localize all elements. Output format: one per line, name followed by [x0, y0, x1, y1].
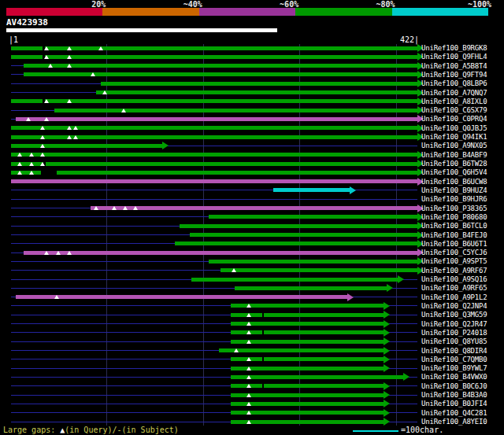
gap-query-marker-icon	[67, 55, 72, 59]
hit-label[interactable]: UniRef100_C0PRQ4	[421, 115, 487, 123]
hit-bar[interactable]	[24, 251, 417, 255]
hit-label[interactable]: UniRef100_B6U6T1	[421, 240, 487, 249]
hit-label[interactable]: UniRef100_Q2JNP4	[421, 302, 487, 311]
hit-bar[interactable]	[24, 64, 417, 68]
hit-bar[interactable]	[96, 90, 417, 94]
hit-bar[interactable]	[16, 295, 346, 299]
hit-bar[interactable]	[11, 99, 417, 103]
hit-label[interactable]: UniRef100_B9YWL7	[421, 364, 487, 373]
hit-bar[interactable]	[231, 367, 384, 370]
hit-bar[interactable]	[231, 313, 384, 317]
hit-label[interactable]: UniRef100_Q2JR47	[421, 320, 487, 329]
gap-query-marker-icon	[246, 340, 251, 344]
hit-label[interactable]: UniRef100_B9RGK8	[421, 44, 487, 53]
hit-label[interactable]: UniRef100_B4ABF9	[421, 151, 487, 160]
hit-label[interactable]: UniRef100_C5YCJ6	[421, 249, 487, 257]
hit-bar[interactable]	[11, 126, 417, 130]
hit-label[interactable]: UniRef100_A8IXL0	[421, 98, 487, 106]
hit-label[interactable]: UniRef100_B6TW28	[421, 160, 487, 168]
hit-label[interactable]: UniRef100_B0JFI4	[421, 400, 487, 408]
hit-bar[interactable]	[91, 206, 417, 210]
hit-label[interactable]: UniRef100_A9RF67	[421, 267, 487, 275]
hit-bar[interactable]	[231, 402, 384, 406]
hit-label[interactable]: UniRef100_B9HJR6	[421, 195, 487, 204]
hit-bar[interactable]	[101, 82, 417, 86]
hit-bar[interactable]	[16, 117, 417, 121]
hit-label[interactable]: UniRef100_P24018	[421, 329, 487, 337]
hit-bar[interactable]	[175, 241, 417, 245]
hit-arrowhead-icon	[162, 142, 169, 149]
hit-label[interactable]: UniRef100_B4FEJ0	[421, 231, 487, 240]
hit-label[interactable]: UniRef100_P80680	[421, 213, 487, 222]
hit-bar[interactable]	[231, 357, 384, 361]
legend-gaps-prefix: Large gaps:	[3, 426, 60, 434]
hit-label[interactable]: UniRef100_A9NX05	[421, 142, 487, 150]
hit-bar[interactable]	[219, 348, 384, 352]
gap-subject-marker-icon	[41, 171, 57, 175]
hit-bar[interactable]	[231, 420, 384, 424]
hit-label[interactable]: UniRef100_A9SPT5	[421, 257, 487, 266]
gap-query-marker-icon	[67, 126, 72, 130]
hit-bar[interactable]	[231, 384, 384, 388]
hit-bar[interactable]	[231, 411, 384, 415]
hit-label[interactable]: UniRef100_A5B8T4	[421, 62, 487, 71]
hit-label[interactable]: UniRef100_B0C6J0	[421, 382, 487, 391]
hit-bar[interactable]	[231, 304, 384, 308]
gap-query-marker-icon	[123, 206, 128, 210]
hit-label[interactable]: UniRef100_Q8DIR4	[421, 347, 487, 356]
hit-bar[interactable]	[24, 72, 417, 76]
hit-bar[interactable]	[11, 135, 417, 139]
gap-query-marker-icon	[40, 153, 45, 157]
hit-label[interactable]: UniRef100_Q4C281	[421, 409, 487, 418]
hit-bar[interactable]	[11, 55, 417, 59]
hit-label[interactable]: UniRef100_A9RF65	[421, 284, 487, 293]
gap-query-marker-icon	[17, 153, 22, 157]
hit-bar[interactable]	[190, 233, 417, 237]
hit-bar[interactable]	[235, 286, 386, 290]
hit-bar[interactable]	[11, 46, 417, 50]
hit-bar[interactable]	[11, 171, 417, 175]
hit-bar[interactable]	[231, 393, 384, 397]
hit-label[interactable]: UniRef100_B6TCL0	[421, 222, 487, 230]
hit-label[interactable]: UniRef100_Q9FHL4	[421, 53, 487, 61]
gap-query-marker-icon	[40, 144, 45, 148]
hit-label[interactable]: UniRef100_B4VWX0	[421, 373, 487, 382]
hit-bar[interactable]	[231, 322, 384, 326]
hit-label[interactable]: UniRef100_A7QNQ7	[421, 89, 487, 98]
hit-bar[interactable]	[191, 278, 398, 282]
hit-label[interactable]: UniRef100_Q94IK1	[421, 133, 487, 142]
hit-arrowhead-icon	[384, 302, 390, 310]
hit-bar[interactable]	[11, 179, 417, 183]
hit-label[interactable]: UniRef100_Q6H5V4	[421, 168, 487, 177]
hit-label[interactable]: UniRef100_C6SX79	[421, 106, 487, 115]
hit-bar[interactable]	[11, 153, 417, 157]
hit-label[interactable]: UniRef100_A9SQ16	[421, 275, 487, 284]
hit-label[interactable]: UniRef100_Q8LBP6	[421, 79, 487, 88]
hit-bar[interactable]	[273, 188, 350, 192]
hit-bar[interactable]	[209, 215, 417, 219]
hit-label[interactable]: UniRef100_B4B3A0	[421, 391, 487, 400]
hit-bar[interactable]	[11, 162, 417, 166]
hit-label[interactable]: UniRef100_C7QMB0	[421, 356, 487, 364]
hit-label[interactable]: UniRef100_Q0JBJ5	[421, 124, 487, 133]
gap-query-marker-icon	[133, 206, 138, 210]
hit-bar[interactable]	[180, 224, 417, 228]
hit-bar[interactable]	[220, 268, 417, 272]
hit-label[interactable]: UniRef100_Q3MG59	[421, 311, 487, 319]
gap-query-marker-icon	[246, 367, 251, 370]
hit-label[interactable]: UniRef100_Q9FT94	[421, 71, 487, 79]
gap-query-marker-icon	[246, 304, 251, 308]
gap-query-marker-icon	[232, 268, 236, 272]
hit-label[interactable]: UniRef100_B9HUZ4	[421, 186, 487, 195]
hit-bar[interactable]	[209, 260, 417, 264]
hit-arrowhead-icon	[384, 329, 390, 337]
hit-bar[interactable]	[231, 330, 384, 334]
hit-label[interactable]: UniRef100_Q8YU85	[421, 337, 487, 346]
hit-label[interactable]: UniRef100_P38365	[421, 205, 487, 213]
hit-bar[interactable]	[11, 144, 162, 148]
hit-bar[interactable]	[54, 109, 417, 112]
hit-bar[interactable]	[231, 375, 402, 379]
hit-label[interactable]: UniRef100_B6UCW8	[421, 178, 487, 186]
hit-label[interactable]: UniRef100_A9P1L2	[421, 293, 487, 302]
hit-bar[interactable]	[231, 340, 384, 344]
